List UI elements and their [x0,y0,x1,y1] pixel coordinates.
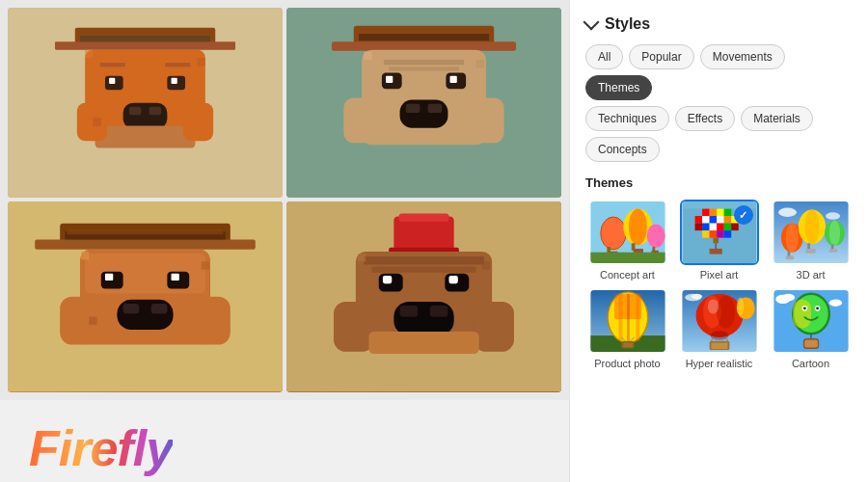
theme-item-3d-art[interactable]: 3D art [769,200,853,281]
svg-rect-64 [474,302,514,352]
svg-rect-69 [383,276,392,283]
svg-rect-10 [109,78,115,84]
svg-rect-59 [393,217,453,252]
filter-btn-techniques[interactable]: Techniques [585,106,669,131]
svg-rect-107 [702,230,710,238]
svg-rect-46 [192,297,230,345]
svg-rect-89 [590,253,665,263]
svg-rect-135 [618,294,622,341]
svg-rect-106 [731,224,739,231]
svg-rect-33 [406,104,420,113]
svg-rect-7 [165,63,190,67]
svg-rect-57 [89,317,96,325]
svg-rect-159 [793,299,811,328]
svg-rect-20 [93,118,100,125]
generated-image-1[interactable] [8,8,283,198]
generated-image-4[interactable] [286,201,561,391]
svg-point-153 [736,298,744,316]
svg-rect-123 [805,249,815,254]
svg-rect-15 [95,126,196,148]
svg-rect-96 [702,216,710,224]
svg-rect-23 [332,41,516,50]
styles-title: Styles [605,15,650,33]
svg-rect-65 [364,257,484,265]
generated-image-3[interactable] [8,201,283,391]
generated-image-2[interactable] [286,8,561,198]
theme-img-concept-art[interactable] [588,200,667,265]
theme-img-cartoon[interactable] [772,288,851,354]
logo-area: Firefly [0,400,569,482]
left-panel: Firefly [0,0,569,482]
filter-btn-themes[interactable]: Themes [585,75,652,100]
filter-btn-all[interactable]: All [585,44,623,69]
svg-rect-102 [702,224,710,231]
theme-img-hyper-realistic[interactable] [680,288,759,354]
svg-rect-70 [448,276,457,283]
svg-rect-27 [469,98,503,144]
svg-point-167 [781,294,794,302]
svg-rect-165 [803,339,818,348]
svg-rect-4 [80,36,210,41]
filter-btn-effects[interactable]: Effects [675,106,735,131]
svg-rect-24 [359,34,489,40]
svg-rect-3 [55,41,235,49]
theme-item-cartoon[interactable]: Cartoon [769,288,853,369]
svg-rect-37 [364,52,371,60]
image-grid [0,0,569,400]
svg-rect-30 [386,76,393,83]
svg-point-125 [828,221,839,246]
filter-btn-popular[interactable]: Popular [629,44,693,69]
svg-rect-119 [785,255,793,259]
svg-rect-50 [105,274,113,281]
svg-rect-75 [358,254,366,261]
svg-rect-108 [709,230,717,238]
svg-rect-55 [81,252,89,259]
svg-rect-94 [723,209,731,217]
svg-rect-151 [711,343,727,350]
theme-label-pixel-art: Pixel art [700,269,739,281]
svg-rect-26 [343,98,378,144]
filter-btn-materials[interactable]: Materials [741,106,813,131]
svg-rect-105 [723,224,731,231]
theme-label-cartoon: Cartoon [792,358,829,369]
filter-btn-concepts[interactable]: Concepts [585,137,660,162]
theme-item-hyper-realistic[interactable]: Hyper realistic [677,288,761,369]
theme-item-product-photo[interactable]: Product photo [585,288,669,369]
theme-img-3d-art[interactable] [772,200,851,265]
svg-rect-6 [100,63,125,67]
svg-point-117 [785,224,798,253]
firefly-logo: Firefly [29,419,173,477]
svg-point-86 [646,225,665,248]
theme-img-pixel-art[interactable]: ✓ [680,200,759,265]
svg-rect-99 [723,216,731,224]
svg-rect-11 [172,78,177,84]
theme-img-product-photo[interactable] [588,288,667,354]
svg-point-145 [717,296,735,329]
themes-grid: Concept art [585,200,853,369]
svg-rect-118 [787,251,790,257]
themes-section-title: Themes [585,175,853,190]
svg-rect-18 [85,50,93,58]
svg-rect-103 [709,224,717,231]
svg-point-83 [628,209,646,246]
svg-rect-98 [717,216,724,224]
svg-rect-110 [723,230,731,238]
svg-rect-95 [694,216,702,224]
theme-label-concept-art: Concept art [600,269,655,281]
svg-rect-16 [77,103,107,141]
filter-btn-movements[interactable]: Movements [700,44,785,69]
theme-item-concept-art[interactable]: Concept art [585,200,669,281]
svg-rect-104 [717,224,724,231]
svg-rect-91 [702,209,710,217]
svg-rect-127 [828,249,836,253]
theme-item-pixel-art[interactable]: ✓ Pixel art [677,200,761,281]
svg-point-147 [710,331,728,339]
svg-rect-72 [400,306,419,316]
svg-rect-54 [151,304,168,313]
svg-rect-97 [709,216,717,224]
chevron-down-icon[interactable] [583,14,600,31]
svg-rect-109 [717,230,724,238]
svg-point-155 [691,294,701,300]
svg-rect-92 [709,209,717,217]
filter-row-1: All Popular Movements Themes [585,44,853,100]
